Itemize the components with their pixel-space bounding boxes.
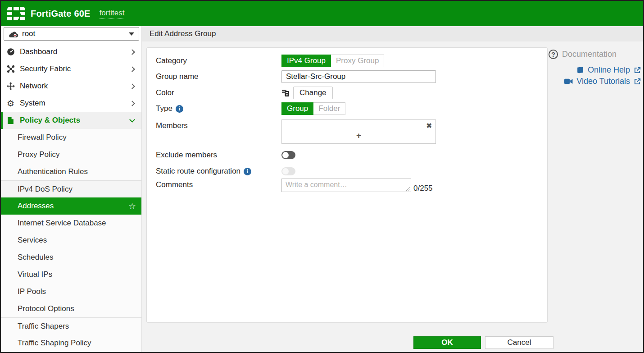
sub-item-label: Authentication Rules: [18, 167, 88, 176]
book-icon: [576, 66, 584, 74]
category-row: Category IPv4 Group Proxy Group: [156, 55, 538, 67]
sidebar-item-traffic-shaping-policy[interactable]: Traffic Shaping Policy: [1, 335, 141, 352]
members-label: Members: [156, 119, 281, 130]
category-option-ipv4-group[interactable]: IPv4 Group: [281, 55, 331, 67]
gauge-icon: [6, 48, 15, 56]
sidebar-item-firewall-policy[interactable]: Firewall Policy: [1, 129, 141, 146]
product-name: FortiGate 60E: [31, 9, 91, 19]
color-change-button[interactable]: Change: [293, 87, 333, 99]
sub-item-label: IP Pools: [18, 287, 46, 296]
comments-char-counter: 0/255: [413, 184, 433, 194]
group-name-row: Group name: [156, 70, 538, 83]
members-box[interactable]: ✖ +: [281, 119, 436, 144]
sub-item-label: Firewall Policy: [18, 133, 67, 142]
sidebar-item-authentication-rules[interactable]: Authentication Rules: [1, 163, 141, 180]
sidebar-item-label: Dashboard: [20, 47, 130, 56]
chevron-right-icon: [129, 101, 135, 106]
sidebar-item-proxy-policy[interactable]: Proxy Policy: [1, 146, 141, 163]
sidebar-item-ip-pools[interactable]: IP Pools: [1, 283, 141, 300]
vdom-value: root: [22, 29, 129, 38]
exclude-members-toggle[interactable]: [281, 151, 295, 159]
ok-button[interactable]: OK: [413, 336, 481, 349]
help-question-icon: ?: [549, 50, 558, 59]
sub-item-label: Proxy Policy: [18, 150, 60, 159]
exclude-members-label: Exclude members: [156, 151, 281, 160]
chevron-down-icon: [129, 32, 134, 36]
video-camera-icon: [564, 78, 573, 84]
online-help-link[interactable]: Online Help: [576, 65, 641, 75]
sidebar: root Dashboard: [1, 26, 142, 352]
comments-label: Comments: [156, 179, 281, 189]
cloud-icon: [9, 31, 18, 37]
sidebar-item-network[interactable]: Network: [1, 78, 141, 95]
gear-icon: ⚙: [6, 99, 15, 108]
video-tutorials-label: Video Tutorials: [576, 77, 630, 86]
sub-item-label: IPv4 DoS Policy: [18, 185, 73, 194]
external-link-icon: [634, 78, 641, 85]
chevron-right-icon: [129, 83, 135, 89]
favorite-star-icon[interactable]: ☆: [128, 202, 136, 211]
video-tutorials-link[interactable]: Video Tutorials: [564, 77, 641, 86]
category-label: Category: [156, 56, 281, 65]
hostname-link[interactable]: fortitest: [100, 9, 125, 19]
sub-item-label: Schedules: [18, 253, 53, 262]
type-option-group[interactable]: Group: [281, 102, 313, 115]
page-title: Edit Address Group: [150, 29, 216, 38]
sidebar-item-protocol-options[interactable]: Protocol Options: [1, 300, 141, 317]
content-area: Category IPv4 Group Proxy Group Group na…: [142, 41, 643, 352]
sub-item-label: Protocol Options: [18, 304, 74, 313]
cancel-button[interactable]: Cancel: [485, 336, 553, 349]
sub-item-label: Internet Service Database: [18, 219, 106, 228]
policy-objects-submenu: Firewall Policy Proxy Policy Authenticat…: [1, 129, 141, 352]
sub-item-label: Addresses: [18, 202, 54, 211]
sidebar-item-label: Network: [20, 82, 130, 91]
sidebar-item-label: System: [20, 99, 130, 108]
documentation-panel: ? Documentation Online Help Video Tutori…: [549, 50, 641, 86]
static-route-toggle: [281, 167, 295, 175]
type-row: Type i Group Folder: [156, 102, 538, 115]
comments-textarea[interactable]: [281, 179, 411, 192]
page-titlebar: Edit Address Group: [142, 26, 643, 41]
comments-row: Comments 0/255: [156, 179, 538, 194]
sidebar-item-traffic-shapers[interactable]: Traffic Shapers: [1, 317, 141, 335]
chevron-down-icon: [129, 117, 135, 123]
top-bar: FortiGate 60E fortitest: [1, 1, 643, 26]
info-icon[interactable]: i: [176, 105, 183, 113]
color-palette-icon: [281, 89, 290, 97]
add-member-icon[interactable]: +: [282, 131, 435, 141]
vdom-select[interactable]: root: [4, 27, 139, 41]
sidebar-item-services[interactable]: Services: [1, 232, 141, 249]
network-arrows-icon: [6, 82, 15, 91]
sidebar-item-label: Policy & Objects: [20, 116, 130, 125]
sub-item-label: Traffic Shaping Policy: [18, 339, 91, 348]
documentation-title: Documentation: [562, 50, 617, 59]
type-option-folder[interactable]: Folder: [313, 102, 345, 115]
sidebar-item-label: Security Fabric: [20, 64, 130, 73]
sidebar-item-security-fabric[interactable]: Security Fabric: [1, 60, 141, 78]
exclude-members-row: Exclude members: [156, 150, 538, 160]
sidebar-menu: Dashboard Security Fabric: [1, 43, 141, 352]
group-name-label: Group name: [156, 72, 281, 81]
sidebar-item-schedules[interactable]: Schedules: [1, 249, 141, 266]
sidebar-item-ipv4-dos-policy[interactable]: IPv4 DoS Policy: [1, 180, 141, 197]
color-label: Color: [156, 88, 281, 97]
chevron-right-icon: [129, 66, 135, 72]
clear-members-icon[interactable]: ✖: [426, 122, 432, 130]
sub-item-label: Virtual IPs: [18, 270, 52, 279]
group-name-input[interactable]: [281, 70, 436, 83]
fortigate-window: FortiGate 60E fortitest root Dashboard: [0, 0, 644, 353]
static-route-row: Static route configuration i: [156, 166, 538, 177]
sidebar-item-policy-objects[interactable]: Policy & Objects: [1, 112, 141, 129]
sidebar-item-addresses[interactable]: Addresses ☆: [1, 197, 141, 215]
policy-document-icon: [6, 116, 15, 125]
sidebar-item-system[interactable]: ⚙ System: [1, 95, 141, 112]
category-segmented-control: IPv4 Group Proxy Group: [281, 55, 384, 67]
sidebar-item-dashboard[interactable]: Dashboard: [1, 43, 141, 60]
sidebar-item-internet-service-database[interactable]: Internet Service Database: [1, 215, 141, 232]
category-option-proxy-group[interactable]: Proxy Group: [331, 55, 384, 67]
sidebar-item-virtual-ips[interactable]: Virtual IPs: [1, 266, 141, 283]
sub-item-label: Traffic Shapers: [18, 322, 69, 331]
fortinet-logo-icon: [7, 7, 25, 20]
static-route-label: Static route configuration: [156, 167, 240, 176]
info-icon[interactable]: i: [244, 168, 251, 175]
